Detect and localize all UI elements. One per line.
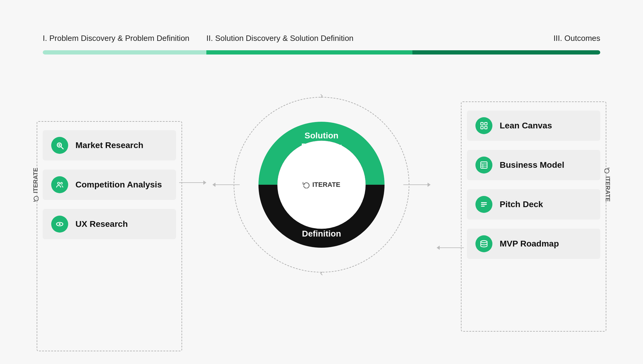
mvp-roadmap-icon	[475, 235, 492, 252]
circle-top-arrow	[318, 93, 325, 101]
card-lean-canvas[interactable]: Lean Canvas	[467, 111, 600, 141]
progress-segment-2	[206, 50, 412, 55]
grid-icon	[480, 121, 488, 130]
svg-point-5	[61, 182, 62, 184]
progress-segment-1	[43, 50, 206, 55]
arrow-center-to-right	[403, 183, 431, 187]
list-icon	[480, 200, 488, 209]
pitch-deck-label: Pitch Deck	[500, 200, 543, 209]
svg-line-1	[61, 147, 63, 149]
svg-rect-10	[481, 123, 483, 125]
users-icon	[55, 180, 64, 189]
eye-icon	[55, 220, 64, 228]
lean-canvas-label: Lean Canvas	[500, 121, 552, 131]
svg-rect-12	[481, 126, 483, 129]
phase3-title: III. Outcomes	[412, 34, 600, 43]
svg-rect-14	[481, 162, 487, 168]
arrow-center-to-left	[212, 183, 240, 187]
lean-canvas-icon	[475, 117, 492, 134]
circle-bottom-arrow	[318, 269, 325, 277]
phases-header: I. Problem Discovery & Problem Definitio…	[43, 34, 600, 43]
mvp-roadmap-label: MVP Roadmap	[500, 239, 559, 249]
card-ux-research[interactable]: UX Research	[43, 209, 176, 239]
market-research-label: Market Research	[75, 141, 143, 150]
arrow-left-to-center	[179, 180, 206, 185]
right-column: ITERATE Lean Canvas	[467, 111, 600, 259]
card-mvp-roadmap[interactable]: MVP Roadmap	[467, 229, 600, 259]
svg-point-4	[58, 182, 60, 184]
svg-rect-11	[485, 123, 487, 125]
svg-rect-13	[485, 126, 487, 129]
ux-research-icon	[51, 216, 68, 233]
phase2-title: II. Solution Discovery & Solution Defini…	[206, 34, 412, 43]
ux-research-label: UX Research	[75, 219, 128, 229]
layers-icon	[480, 240, 488, 248]
card-competition-analysis[interactable]: Competition Analysis	[43, 170, 176, 200]
search-icon	[55, 141, 64, 150]
competition-analysis-icon	[51, 176, 68, 193]
progress-bar	[43, 50, 600, 55]
iterate-icon-right	[605, 168, 611, 174]
card-business-model[interactable]: Business Model	[467, 150, 600, 180]
card-pitch-deck[interactable]: Pitch Deck	[467, 189, 600, 220]
chart-icon	[480, 161, 488, 169]
progress-segment-3	[412, 50, 600, 55]
competition-analysis-label: Competition Analysis	[75, 180, 162, 190]
phase1-title: I. Problem Discovery & Problem Definitio…	[43, 34, 206, 43]
donut-chart: Solution Discovery Solution Definition I…	[243, 106, 400, 263]
svg-point-9	[278, 141, 365, 228]
main-content: ITERATE Market Research	[43, 79, 600, 291]
donut-svg	[243, 106, 400, 263]
center-section: Solution Discovery Solution Definition I…	[243, 106, 400, 263]
iterate-icon-left	[32, 196, 38, 202]
iterate-label-right: ITERATE	[604, 168, 611, 202]
svg-point-7	[59, 223, 61, 225]
page: I. Problem Discovery & Problem Definitio…	[18, 15, 625, 349]
arrow-right-to-center	[437, 246, 464, 250]
iterate-label-left: ITERATE	[32, 168, 39, 202]
svg-point-21	[481, 241, 487, 243]
left-column: ITERATE Market Research	[43, 130, 176, 239]
card-market-research[interactable]: Market Research	[43, 130, 176, 160]
business-model-label: Business Model	[500, 160, 564, 170]
market-research-icon	[51, 137, 68, 154]
pitch-deck-icon	[475, 196, 492, 213]
business-model-icon	[475, 157, 492, 174]
